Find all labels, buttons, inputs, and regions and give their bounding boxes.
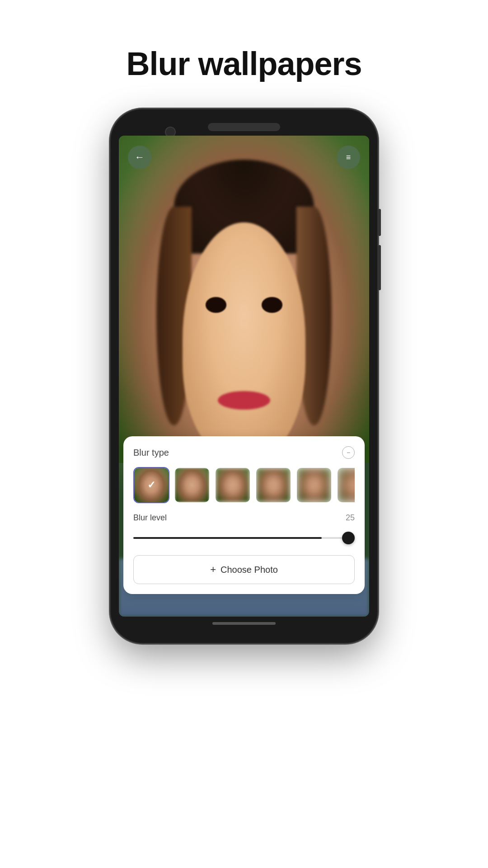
face-skin (183, 222, 305, 457)
eye-right (262, 297, 283, 313)
choose-photo-button[interactable]: + Choose Photo (133, 555, 355, 584)
minimize-button[interactable]: − (342, 446, 355, 459)
blur-type-item-2[interactable] (174, 467, 210, 503)
power-button (378, 209, 381, 236)
phone-frame: ← ≡ Blur type − ✓ (111, 109, 377, 643)
blur-type-list: ✓ (133, 467, 355, 503)
selected-check-icon: ✓ (147, 479, 155, 491)
panel-header: Blur type − (133, 446, 355, 459)
face-area (156, 160, 332, 472)
blur-level-header: Blur level 25 (133, 513, 355, 523)
minus-icon: − (347, 449, 350, 456)
volume-button (378, 245, 381, 290)
phone-speaker (208, 123, 280, 131)
back-icon: ← (135, 151, 145, 163)
blur-type-item-5[interactable] (296, 467, 332, 503)
blur-type-label: Blur type (133, 448, 169, 458)
plus-icon: + (210, 564, 216, 576)
blur-level-value: 25 (346, 513, 355, 523)
blur-thumb-image-3 (216, 468, 250, 502)
blur-thumb-image-5 (297, 468, 331, 502)
bottom-panel: Blur type − ✓ (123, 436, 365, 594)
menu-icon: ≡ (346, 153, 351, 162)
page-title: Blur wallpapers (126, 45, 361, 82)
eye-left (206, 297, 227, 313)
home-indicator (212, 622, 276, 625)
blur-thumb-image-2 (175, 468, 209, 502)
choose-photo-label: Choose Photo (221, 565, 278, 575)
slider-fill (133, 537, 322, 539)
blur-slider[interactable] (133, 529, 355, 547)
blur-thumb-image-4 (256, 468, 291, 502)
blur-type-item-3[interactable] (215, 467, 251, 503)
slider-thumb[interactable] (342, 532, 355, 544)
blur-thumb-image-6 (338, 468, 355, 502)
back-button[interactable]: ← (128, 146, 151, 169)
blur-type-item-6[interactable] (337, 467, 355, 503)
menu-button[interactable]: ≡ (337, 146, 360, 169)
blur-type-item-1[interactable]: ✓ (133, 467, 169, 503)
blur-type-item-4[interactable] (255, 467, 291, 503)
slider-track (133, 537, 355, 539)
blur-level-label: Blur level (133, 513, 167, 523)
phone-screen: ← ≡ Blur type − ✓ (119, 136, 369, 617)
